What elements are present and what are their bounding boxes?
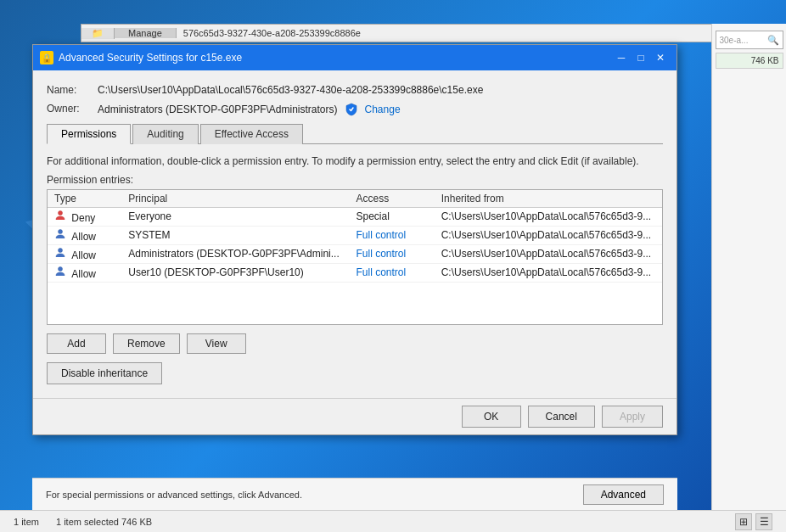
cell-principal: User10 (DESKTOP-G0PF3PF\User10) [121,263,349,282]
advanced-security-dialog: 🔒 Advanced Security Settings for c15e.ex… [32,44,677,435]
cell-principal: Everyone [121,207,349,226]
apply-button[interactable]: Apply [602,406,663,428]
table-row[interactable]: Allow SYSTEM Full control C:\Users\User1… [48,226,662,244]
change-link[interactable]: Change [365,104,401,115]
user-icon [54,212,69,224]
col-inherited: Inherited from [435,190,662,208]
svg-point-2 [59,248,63,252]
user-icon [54,268,69,280]
cell-type: Allow [48,263,121,282]
view-tiles-icon[interactable]: ⊞ [735,513,752,530]
permission-info-text: For additional information, double-click… [47,154,663,169]
shield-icon [345,103,358,116]
dialog-minimize-button[interactable]: ─ [612,48,631,67]
cell-type: Allow [48,226,121,244]
col-principal: Principal [121,190,349,208]
cell-principal: SYSTEM [121,226,349,244]
advanced-section: For special permissions or advanced sett… [32,478,677,510]
table-row[interactable]: Allow Administrators (DESKTOP-G0PF3PF\Ad… [48,244,662,263]
advanced-button[interactable]: Advanced [583,484,664,505]
dialog-titlebar: 🔒 Advanced Security Settings for c15e.ex… [33,45,677,70]
cell-access: Full control [350,226,435,244]
col-access: Access [350,190,435,208]
status-bar: 1 item 1 item selected 746 KB ⊞ ☰ [0,510,786,532]
cell-inherited: C:\Users\User10\AppData\Local\576c65d3-9… [435,207,662,226]
cell-access: Full control [350,263,435,282]
search-placeholder: 30e-a... [720,36,749,45]
cell-inherited: C:\Users\User10\AppData\Local\576c65d3-9… [435,263,662,282]
cancel-button[interactable]: Cancel [528,406,595,428]
svg-point-0 [59,210,63,215]
view-list-icon[interactable]: ☰ [755,513,772,530]
explorer-bar: 📁 Manage 576c65d3-9327-430e-a208-253399c… [81,24,786,42]
right-panel: 30e-a... 🔍 746 KB [711,24,786,532]
manage-tab[interactable]: Manage [115,28,177,38]
cell-type: Allow [48,244,121,263]
tab-effective-access[interactable]: Effective Access [200,124,303,144]
explorer-folder-icon[interactable]: 📁 [81,28,115,39]
table-header-row: Type Principal Access Inherited from [48,190,662,208]
search-box[interactable]: 30e-a... 🔍 [716,31,783,49]
cell-access: Full control [350,244,435,263]
dialog-title-icon: 🔒 [40,51,53,64]
user-icon [54,231,69,243]
dialog-close-button[interactable]: ✕ [651,48,670,67]
cell-type: Deny [48,207,121,226]
tab-auditing[interactable]: Auditing [132,124,198,144]
ok-button[interactable]: OK [462,406,521,428]
cell-principal: Administrators (DESKTOP-G0PF3PF\Admini..… [121,244,349,263]
name-value: C:\Users\User10\AppData\Local\576c65d3-9… [98,84,663,96]
owner-value: Administrators (DESKTOP-G0PF3PF\Administ… [98,104,338,115]
permission-table: Type Principal Access Inherited from [48,190,662,283]
name-label: Name: [47,84,98,96]
action-buttons: Add Remove View [47,333,663,354]
dialog-maximize-button[interactable]: □ [632,48,650,67]
cell-inherited: C:\Users\User10\AppData\Local\576c65d3-9… [435,226,662,244]
cell-inherited: C:\Users\User10\AppData\Local\576c65d3-9… [435,244,662,263]
dialog-title: Advanced Security Settings for c15e.exe [59,52,612,64]
status-items: 1 item [14,517,39,527]
status-selected: 1 item selected 746 KB [56,517,152,527]
user-icon [54,249,69,261]
svg-point-1 [59,229,63,233]
dialog-footer: OK Cancel Apply [33,398,677,434]
explorer-path: 576c65d3-9327-430e-a208-253399c8886e [177,28,727,38]
remove-button[interactable]: Remove [113,333,180,354]
disable-inheritance-container: Disable inheritance [47,362,663,384]
cell-access: Special [350,207,435,226]
file-size-display: 746 KB [716,53,783,69]
svg-point-3 [59,266,63,271]
table-row[interactable]: Allow User10 (DESKTOP-G0PF3PF\User10) Fu… [48,263,662,282]
add-button[interactable]: Add [47,333,106,354]
table-row[interactable]: Deny Everyone Special C:\Users\User10\Ap… [48,207,662,226]
dialog-body: Name: C:\Users\User10\AppData\Local\576c… [33,70,677,398]
search-icon[interactable]: 🔍 [767,35,779,46]
owner-row: Owner: Administrators (DESKTOP-G0PF3PF\A… [47,103,663,116]
disable-inheritance-button[interactable]: Disable inheritance [47,362,162,384]
advanced-info-text: For special permissions or advanced sett… [46,490,302,500]
owner-label: Owner: [47,103,98,115]
tab-permissions[interactable]: Permissions [47,124,131,144]
permission-entries-label: Permission entries: [47,174,663,186]
view-button[interactable]: View [187,333,246,354]
col-type: Type [48,190,121,208]
name-row: Name: C:\Users\User10\AppData\Local\576c… [47,84,663,96]
tabs-container: Permissions Auditing Effective Access [47,123,663,144]
permission-table-container[interactable]: Type Principal Access Inherited from [47,189,663,325]
